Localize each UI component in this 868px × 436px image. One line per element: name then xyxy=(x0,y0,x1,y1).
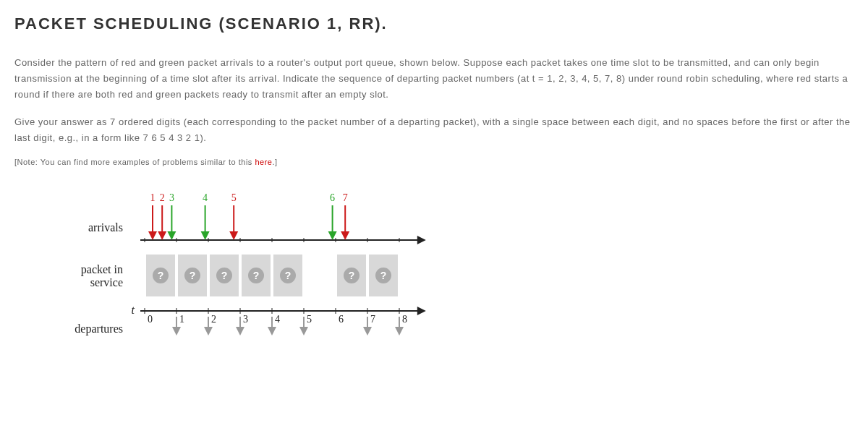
service-label-1: packet in xyxy=(81,263,123,276)
service-unknown-q: ? xyxy=(221,270,228,281)
service-unknown-q: ? xyxy=(190,270,196,281)
note-link[interactable]: here xyxy=(255,158,272,166)
arrivals-label: arrivals xyxy=(88,221,123,234)
service-unknown-q: ? xyxy=(349,270,355,281)
departures-label: departures xyxy=(75,322,123,335)
service-unknown-q: ? xyxy=(285,270,292,281)
arrival-number: 1 xyxy=(150,192,156,203)
tick-label: 1 xyxy=(179,314,184,325)
t-label: t xyxy=(132,304,135,316)
service-label-2: service xyxy=(90,276,123,288)
tick-label: 5 xyxy=(307,314,312,325)
question-paragraph-1: Consider the pattern of red and green pa… xyxy=(14,55,854,103)
note-suffix: .] xyxy=(272,158,277,166)
arrival-number: 3 xyxy=(169,192,174,203)
tick-label: 7 xyxy=(370,314,375,325)
tick-label: 0 xyxy=(148,314,153,325)
tick-label: 2 xyxy=(211,314,216,325)
arrival-number: 5 xyxy=(231,192,237,203)
tick-label: 6 xyxy=(339,314,344,325)
service-unknown-q: ? xyxy=(158,270,164,281)
note-prefix: [Note: You can find more examples of pro… xyxy=(14,158,255,166)
arrival-number: 4 xyxy=(203,192,208,203)
tick-label: 8 xyxy=(402,314,407,325)
service-unknown-q: ? xyxy=(380,270,387,281)
note-line: [Note: You can find more examples of pro… xyxy=(14,158,854,166)
page-title: PACKET SCHEDULING (SCENARIO 1, RR). xyxy=(14,14,854,33)
packet-scheduling-diagram: arrivalspacket inservicedeparturest01234… xyxy=(43,188,854,354)
service-unknown-q: ? xyxy=(253,270,260,281)
tick-label: 4 xyxy=(275,314,280,325)
tick-label: 3 xyxy=(243,314,248,325)
arrival-number: 6 xyxy=(330,192,335,203)
question-paragraph-2: Give your answer as 7 ordered digits (ea… xyxy=(14,114,854,146)
arrival-number: 7 xyxy=(343,192,348,203)
arrival-number: 2 xyxy=(160,192,165,203)
